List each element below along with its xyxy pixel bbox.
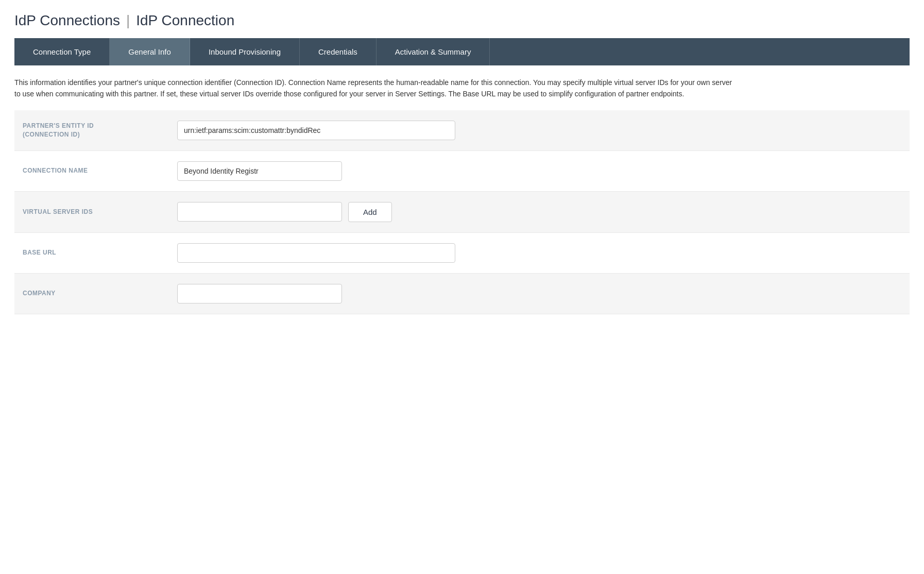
- form-row-entity-id: PARTNER'S ENTITY ID (CONNECTION ID): [14, 110, 910, 151]
- tab-connection-type[interactable]: Connection Type: [14, 38, 110, 65]
- breadcrumb-parent[interactable]: IdP Connections: [14, 12, 120, 29]
- input-connection-name[interactable]: [177, 161, 342, 181]
- input-virtual-server-ids[interactable]: [177, 202, 342, 222]
- input-company[interactable]: [177, 284, 342, 303]
- label-base-url: BASE URL: [23, 248, 177, 257]
- form-section: PARTNER'S ENTITY ID (CONNECTION ID) CONN…: [14, 110, 910, 314]
- field-area-connection-name: [177, 161, 901, 181]
- tab-general-info[interactable]: General Info: [110, 38, 190, 65]
- tab-inbound-provisioning[interactable]: Inbound Provisioning: [190, 38, 300, 65]
- tab-activation-summary[interactable]: Activation & Summary: [377, 38, 490, 65]
- field-area-virtual-server-ids: Add: [177, 202, 901, 222]
- form-row-company: COMPANY: [14, 274, 910, 314]
- page-container: IdP Connections | IdP Connection Connect…: [0, 0, 924, 327]
- label-connection-name: CONNECTION NAME: [23, 166, 177, 175]
- breadcrumb-current: IdP Connection: [136, 12, 234, 29]
- tab-credentials[interactable]: Credentials: [300, 38, 377, 65]
- form-row-connection-name: CONNECTION NAME: [14, 151, 910, 192]
- field-area-company: [177, 284, 901, 303]
- description-text: This information identifies your partner…: [14, 65, 735, 110]
- breadcrumb: IdP Connections | IdP Connection: [14, 12, 910, 29]
- label-company: COMPANY: [23, 289, 177, 298]
- form-row-virtual-server-ids: VIRTUAL SERVER IDS Add: [14, 192, 910, 233]
- add-virtual-server-button[interactable]: Add: [348, 202, 392, 222]
- field-area-base-url: [177, 243, 901, 263]
- input-entity-id[interactable]: [177, 121, 455, 140]
- field-area-entity-id: [177, 121, 901, 140]
- tab-bar: Connection Type General Info Inbound Pro…: [14, 38, 910, 65]
- input-base-url[interactable]: [177, 243, 455, 263]
- form-row-base-url: BASE URL: [14, 233, 910, 274]
- label-entity-id: PARTNER'S ENTITY ID (CONNECTION ID): [23, 122, 177, 139]
- breadcrumb-divider: |: [126, 12, 130, 29]
- label-virtual-server-ids: VIRTUAL SERVER IDS: [23, 208, 177, 216]
